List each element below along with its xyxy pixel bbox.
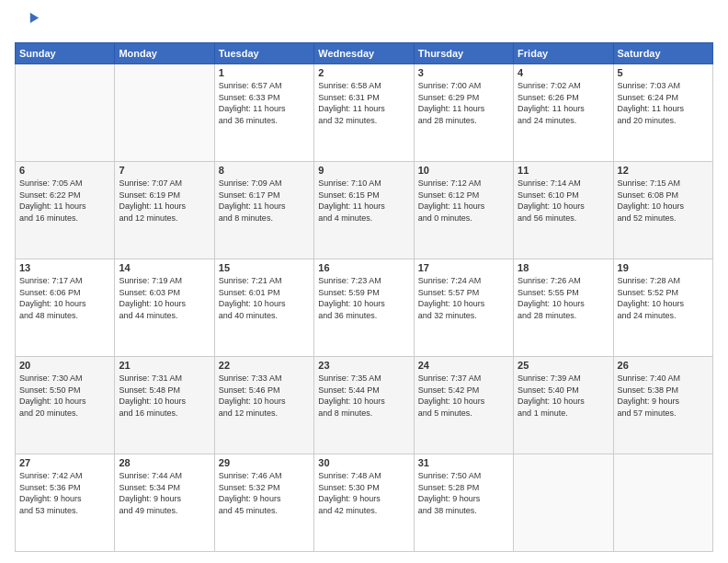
day-number: 27 bbox=[19, 457, 110, 468]
calendar-cell: 21Sunrise: 7:31 AMSunset: 5:48 PMDayligh… bbox=[115, 357, 214, 454]
cell-text: Sunset: 6:24 PM bbox=[618, 92, 709, 104]
cell-text: Sunset: 5:50 PM bbox=[19, 385, 110, 396]
day-number: 29 bbox=[219, 457, 310, 468]
calendar-cell bbox=[115, 64, 214, 162]
cell-text: Sunset: 6:08 PM bbox=[618, 190, 709, 201]
cell-text: and 28 minutes. bbox=[418, 115, 509, 127]
cell-text: Sunrise: 7:26 AM bbox=[518, 275, 609, 287]
cell-text: Daylight: 10 hours bbox=[618, 298, 709, 310]
calendar-week-row: 6Sunrise: 7:05 AMSunset: 6:22 PMDaylight… bbox=[16, 162, 713, 259]
cell-text: Sunrise: 7:14 AM bbox=[518, 178, 609, 190]
calendar-cell: 17Sunrise: 7:24 AMSunset: 5:57 PMDayligh… bbox=[414, 259, 513, 357]
cell-text: and 24 minutes. bbox=[618, 310, 709, 322]
calendar-cell: 27Sunrise: 7:42 AMSunset: 5:36 PMDayligh… bbox=[16, 454, 115, 552]
calendar-cell: 18Sunrise: 7:26 AMSunset: 5:55 PMDayligh… bbox=[514, 259, 613, 357]
weekday-header: Monday bbox=[115, 43, 214, 64]
calendar-cell: 7Sunrise: 7:07 AMSunset: 6:19 PMDaylight… bbox=[115, 162, 214, 259]
calendar-cell bbox=[514, 454, 613, 552]
cell-text: and 4 minutes. bbox=[318, 213, 409, 224]
day-number: 17 bbox=[418, 262, 509, 273]
day-number: 10 bbox=[418, 165, 509, 176]
day-number: 5 bbox=[618, 67, 709, 78]
calendar-cell: 31Sunrise: 7:50 AMSunset: 5:28 PMDayligh… bbox=[414, 454, 513, 552]
cell-text: Sunset: 6:33 PM bbox=[219, 92, 310, 104]
cell-text: Sunrise: 7:40 AM bbox=[618, 373, 709, 385]
cell-text: and 49 minutes. bbox=[119, 505, 210, 517]
calendar-cell bbox=[613, 454, 712, 552]
cell-text: Sunset: 6:26 PM bbox=[518, 92, 609, 104]
cell-text: and 28 minutes. bbox=[518, 310, 609, 322]
weekday-header: Wednesday bbox=[314, 43, 414, 64]
cell-text: Sunset: 5:44 PM bbox=[318, 385, 409, 396]
day-number: 20 bbox=[19, 360, 110, 371]
cell-text: and 40 minutes. bbox=[219, 310, 310, 322]
cell-text: Sunrise: 7:00 AM bbox=[418, 80, 509, 92]
cell-text: Sunset: 6:10 PM bbox=[518, 190, 609, 201]
cell-text: Sunset: 6:15 PM bbox=[318, 190, 409, 201]
cell-text: and 45 minutes. bbox=[219, 505, 310, 517]
calendar-cell: 26Sunrise: 7:40 AMSunset: 5:38 PMDayligh… bbox=[613, 357, 712, 454]
cell-text: Sunset: 6:03 PM bbox=[119, 287, 210, 299]
calendar-cell: 15Sunrise: 7:21 AMSunset: 6:01 PMDayligh… bbox=[214, 259, 313, 357]
cell-text: and 53 minutes. bbox=[19, 505, 110, 517]
cell-text: Sunrise: 7:46 AM bbox=[219, 470, 310, 482]
cell-text: Sunset: 5:57 PM bbox=[418, 287, 509, 299]
day-number: 31 bbox=[418, 457, 509, 468]
cell-text: and 32 minutes. bbox=[418, 310, 509, 322]
cell-text: Daylight: 9 hours bbox=[618, 396, 709, 408]
cell-text: Daylight: 10 hours bbox=[119, 396, 210, 408]
cell-text: Daylight: 10 hours bbox=[219, 298, 310, 310]
cell-text: Sunrise: 7:37 AM bbox=[418, 373, 509, 385]
cell-text: Sunset: 5:32 PM bbox=[219, 482, 310, 494]
cell-text: and 36 minutes. bbox=[318, 310, 409, 322]
calendar-week-row: 27Sunrise: 7:42 AMSunset: 5:36 PMDayligh… bbox=[16, 454, 713, 552]
cell-text: Sunrise: 7:39 AM bbox=[518, 373, 609, 385]
calendar-cell: 29Sunrise: 7:46 AMSunset: 5:32 PMDayligh… bbox=[214, 454, 313, 552]
calendar-cell: 2Sunrise: 6:58 AMSunset: 6:31 PMDaylight… bbox=[314, 64, 414, 162]
cell-text: Sunrise: 7:44 AM bbox=[119, 470, 210, 482]
cell-text: Daylight: 10 hours bbox=[418, 396, 509, 408]
calendar-cell: 8Sunrise: 7:09 AMSunset: 6:17 PMDaylight… bbox=[214, 162, 313, 259]
cell-text: and 0 minutes. bbox=[418, 213, 509, 224]
cell-text: Sunrise: 7:50 AM bbox=[418, 470, 509, 482]
calendar-table: SundayMondayTuesdayWednesdayThursdayFrid… bbox=[15, 42, 713, 552]
cell-text: Sunrise: 7:48 AM bbox=[318, 470, 409, 482]
cell-text: Sunrise: 7:17 AM bbox=[19, 275, 110, 287]
cell-text: Sunrise: 7:35 AM bbox=[318, 373, 409, 385]
cell-text: Sunrise: 7:05 AM bbox=[19, 178, 110, 190]
cell-text: Daylight: 10 hours bbox=[19, 298, 110, 310]
day-number: 8 bbox=[219, 165, 310, 176]
day-number: 28 bbox=[119, 457, 210, 468]
cell-text: Daylight: 11 hours bbox=[219, 103, 310, 115]
calendar-cell: 13Sunrise: 7:17 AMSunset: 6:06 PMDayligh… bbox=[16, 259, 115, 357]
cell-text: Sunset: 5:36 PM bbox=[19, 482, 110, 494]
cell-text: and 52 minutes. bbox=[618, 213, 709, 224]
cell-text: Sunset: 6:12 PM bbox=[418, 190, 509, 201]
weekday-header: Thursday bbox=[414, 43, 513, 64]
svg-marker-0 bbox=[30, 13, 39, 23]
cell-text: Daylight: 10 hours bbox=[618, 201, 709, 213]
cell-text: Sunrise: 7:02 AM bbox=[518, 80, 609, 92]
cell-text: and 12 minutes. bbox=[219, 408, 310, 419]
day-number: 26 bbox=[618, 360, 709, 371]
weekday-header: Saturday bbox=[613, 43, 712, 64]
day-number: 7 bbox=[119, 165, 210, 176]
cell-text: Sunset: 6:31 PM bbox=[318, 92, 409, 104]
cell-text: Daylight: 9 hours bbox=[418, 493, 509, 505]
calendar-cell: 3Sunrise: 7:00 AMSunset: 6:29 PMDaylight… bbox=[414, 64, 513, 162]
cell-text: and 20 minutes. bbox=[618, 115, 709, 127]
cell-text: Sunrise: 7:21 AM bbox=[219, 275, 310, 287]
cell-text: Daylight: 10 hours bbox=[418, 298, 509, 310]
calendar-cell: 22Sunrise: 7:33 AMSunset: 5:46 PMDayligh… bbox=[214, 357, 313, 454]
cell-text: Sunrise: 7:23 AM bbox=[318, 275, 409, 287]
calendar-cell: 9Sunrise: 7:10 AMSunset: 6:15 PMDaylight… bbox=[314, 162, 414, 259]
cell-text: and 8 minutes. bbox=[318, 408, 409, 419]
cell-text: Sunrise: 7:10 AM bbox=[318, 178, 409, 190]
day-number: 18 bbox=[518, 262, 609, 273]
cell-text: Daylight: 9 hours bbox=[19, 493, 110, 505]
cell-text: Sunrise: 7:15 AM bbox=[618, 178, 709, 190]
cell-text: Sunset: 5:59 PM bbox=[318, 287, 409, 299]
calendar-cell: 11Sunrise: 7:14 AMSunset: 6:10 PMDayligh… bbox=[514, 162, 613, 259]
day-number: 16 bbox=[318, 262, 409, 273]
cell-text: Sunrise: 6:58 AM bbox=[318, 80, 409, 92]
